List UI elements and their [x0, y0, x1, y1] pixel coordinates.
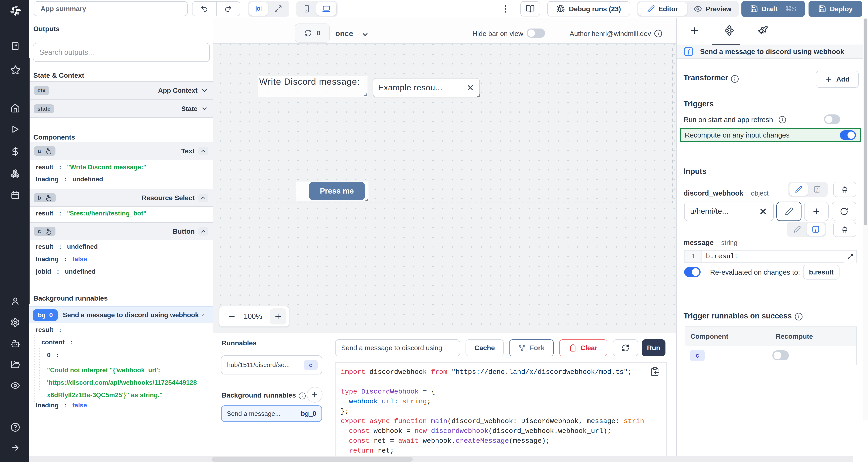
svg-text:f: f	[688, 48, 690, 55]
svg-text:f: f	[816, 187, 818, 192]
svg-text:f: f	[815, 227, 817, 232]
